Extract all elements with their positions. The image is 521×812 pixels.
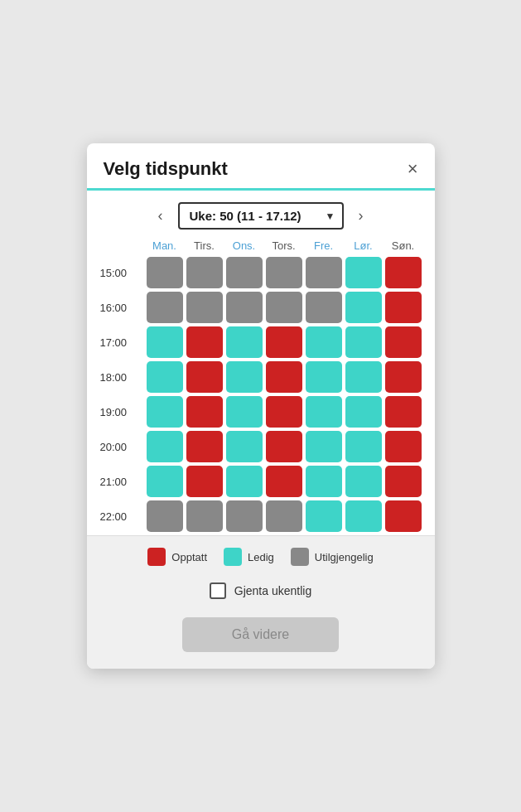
legend-row: Opptatt Ledig Utilgjengelig — [87, 535, 435, 574]
slot-4-4[interactable] — [306, 396, 342, 428]
prev-week-button[interactable]: ‹ — [152, 204, 170, 228]
time-row: 20:00 — [100, 431, 422, 462]
day-label-6: Søn. — [385, 239, 422, 252]
slot-3-5[interactable] — [345, 361, 382, 393]
time-row: 19:00 — [100, 396, 422, 428]
slot-7-0 — [147, 500, 183, 532]
slot-2-3[interactable] — [266, 326, 302, 358]
time-label-5: 20:00 — [100, 441, 143, 453]
modal-header: Velg tidspunkt × — [87, 143, 435, 191]
slot-1-4 — [306, 292, 342, 323]
week-dropdown-wrap: Uke: 50 (11 - 17.12) — [178, 202, 344, 230]
slot-0-5[interactable] — [345, 257, 382, 288]
schedule-grid: Man.Tirs.Ons.Tors.Fre.Lør.Søn. 15:0016:0… — [87, 236, 435, 535]
slot-5-6[interactable] — [385, 431, 422, 462]
time-row: 17:00 — [100, 326, 422, 358]
slot-1-6[interactable] — [385, 292, 422, 323]
slot-3-2[interactable] — [226, 361, 263, 393]
time-label-6: 21:00 — [100, 476, 143, 488]
unavailable-color-swatch — [291, 548, 309, 566]
time-row: 18:00 — [100, 361, 422, 393]
time-label-2: 17:00 — [100, 336, 143, 349]
slot-7-2 — [226, 500, 263, 532]
slot-0-4 — [306, 257, 342, 288]
modal-container: Velg tidspunkt × ‹ Uke: 50 (11 - 17.12) … — [87, 143, 435, 669]
continue-button[interactable]: Gå videre — [182, 617, 339, 652]
repeat-row: Gjenta ukentlig — [87, 574, 435, 607]
slot-1-1 — [186, 292, 223, 323]
repeat-weekly-checkbox[interactable] — [210, 582, 226, 599]
slot-4-3[interactable] — [266, 396, 302, 428]
slot-4-1[interactable] — [186, 396, 223, 428]
slot-2-0[interactable] — [147, 326, 183, 358]
unavailable-label: Utilgjengelig — [315, 551, 374, 563]
modal-title: Velg tidspunkt — [104, 158, 228, 180]
available-label: Ledig — [248, 551, 274, 563]
time-label-4: 19:00 — [100, 406, 143, 418]
slot-0-3 — [266, 257, 302, 288]
slot-6-4[interactable] — [306, 466, 342, 497]
slot-6-2[interactable] — [226, 466, 263, 497]
slot-2-5[interactable] — [345, 326, 382, 358]
day-label-4: Fre. — [306, 239, 342, 252]
time-label-7: 22:00 — [100, 510, 143, 523]
time-row: 15:00 — [100, 257, 422, 288]
available-color-swatch — [224, 548, 242, 566]
time-row: 21:00 — [100, 466, 422, 497]
legend-unavailable: Utilgjengelig — [291, 548, 374, 566]
slot-4-2[interactable] — [226, 396, 263, 428]
slot-6-5[interactable] — [345, 466, 382, 497]
close-button[interactable]: × — [408, 160, 418, 178]
legend-occupied: Opptatt — [147, 548, 207, 566]
slot-7-1 — [186, 500, 223, 532]
slot-3-1[interactable] — [186, 361, 223, 393]
slot-6-0[interactable] — [147, 466, 183, 497]
slot-2-1[interactable] — [186, 326, 223, 358]
day-label-5: Lør. — [345, 239, 382, 252]
slot-6-6[interactable] — [385, 466, 422, 497]
week-select[interactable]: Uke: 50 (11 - 17.12) — [178, 202, 344, 230]
slot-2-2[interactable] — [226, 326, 263, 358]
slot-3-0[interactable] — [147, 361, 183, 393]
slot-5-1[interactable] — [186, 431, 223, 462]
slot-0-0 — [147, 257, 183, 288]
slot-6-3[interactable] — [266, 466, 302, 497]
time-label-0: 15:00 — [100, 267, 143, 279]
time-row: 16:00 — [100, 292, 422, 323]
footer-row: Gå videre — [87, 607, 435, 669]
week-navigation: ‹ Uke: 50 (11 - 17.12) › — [87, 191, 435, 236]
occupied-label: Opptatt — [171, 551, 207, 563]
legend-available: Ledig — [224, 548, 274, 566]
slot-1-0 — [147, 292, 183, 323]
slot-7-3 — [266, 500, 302, 532]
slot-7-6[interactable] — [385, 500, 422, 532]
day-label-1: Tirs. — [186, 239, 223, 252]
slot-0-6[interactable] — [385, 257, 422, 288]
slot-1-3 — [266, 292, 302, 323]
time-label-3: 18:00 — [100, 371, 143, 384]
day-label-0: Man. — [147, 239, 183, 252]
slot-5-3[interactable] — [266, 431, 302, 462]
slot-1-5[interactable] — [345, 292, 382, 323]
slot-0-2 — [226, 257, 263, 288]
slot-5-2[interactable] — [226, 431, 263, 462]
slot-4-0[interactable] — [147, 396, 183, 428]
slot-5-5[interactable] — [345, 431, 382, 462]
slot-3-4[interactable] — [306, 361, 342, 393]
time-row: 22:00 — [100, 500, 422, 532]
slot-7-4[interactable] — [306, 500, 342, 532]
next-week-button[interactable]: › — [352, 204, 370, 228]
slot-2-6[interactable] — [385, 326, 422, 358]
occupied-color-swatch — [147, 548, 166, 566]
slot-5-4[interactable] — [306, 431, 342, 462]
slot-4-6[interactable] — [385, 396, 422, 428]
slot-4-5[interactable] — [345, 396, 382, 428]
time-label-1: 16:00 — [100, 302, 143, 314]
slot-2-4[interactable] — [306, 326, 342, 358]
slot-0-1 — [186, 257, 223, 288]
slot-3-6[interactable] — [385, 361, 422, 393]
slot-6-1[interactable] — [186, 466, 223, 497]
slot-7-5[interactable] — [345, 500, 382, 532]
slot-5-0[interactable] — [147, 431, 183, 462]
slot-3-3[interactable] — [266, 361, 302, 393]
